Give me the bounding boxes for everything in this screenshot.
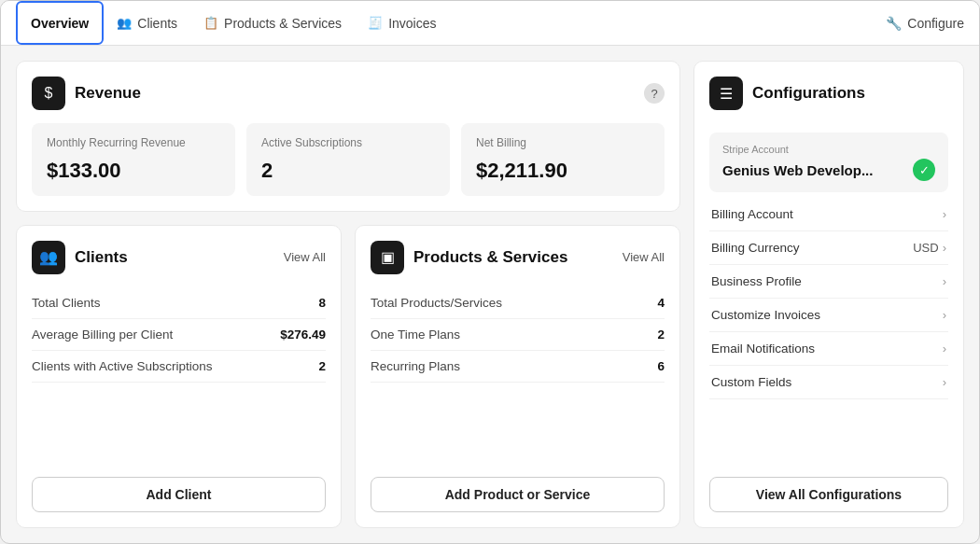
subscriptions-label: Active Subscriptions bbox=[261, 136, 435, 151]
configure-label: Configure bbox=[907, 16, 964, 31]
invoices-icon: 🧾 bbox=[368, 16, 383, 30]
billing-account-right: › bbox=[943, 207, 946, 221]
tab-overview[interactable]: Overview bbox=[16, 1, 104, 45]
clients-tab-label: Clients bbox=[137, 16, 177, 31]
active-subscriptions-row: Clients with Active Subscriptions 2 bbox=[32, 351, 326, 383]
help-icon[interactable]: ? bbox=[644, 83, 665, 104]
clients-title-group: 👥 Clients bbox=[32, 241, 128, 274]
tab-clients[interactable]: 👥 Clients bbox=[104, 1, 190, 45]
avg-billing-label: Average Billing per Client bbox=[32, 328, 173, 342]
metric-net-billing: Net Billing $2,211.90 bbox=[461, 123, 665, 196]
one-time-plans-value: 2 bbox=[657, 328, 665, 342]
customize-invoices-label: Customize Invoices bbox=[711, 308, 820, 322]
add-client-action: Add Client bbox=[32, 466, 326, 512]
clients-icon: 👥 bbox=[117, 16, 132, 30]
net-billing-label: Net Billing bbox=[476, 136, 650, 151]
total-products-label: Total Products/Services bbox=[371, 296, 502, 310]
business-profile-chevron: › bbox=[943, 274, 946, 288]
subscriptions-value: 2 bbox=[261, 159, 435, 183]
revenue-card-header: $ Revenue ? bbox=[32, 77, 665, 110]
billing-account-chevron: › bbox=[943, 207, 946, 221]
total-clients-row: Total Clients 8 bbox=[32, 287, 326, 319]
clients-card: 👥 Clients View All Total Clients 8 Avera… bbox=[16, 225, 342, 528]
config-item-email-notifications[interactable]: Email Notifications › bbox=[709, 332, 948, 366]
clients-card-icon: 👥 bbox=[32, 241, 65, 274]
stripe-name: Genius Web Develop... bbox=[722, 162, 873, 178]
config-title: Configurations bbox=[752, 84, 865, 103]
overview-label: Overview bbox=[31, 16, 89, 31]
add-client-button[interactable]: Add Client bbox=[32, 477, 326, 512]
products-card-title: Products & Services bbox=[413, 248, 567, 267]
config-item-billing-account[interactable]: Billing Account › bbox=[709, 198, 948, 231]
config-title-group: ☰ Configurations bbox=[709, 77, 865, 110]
total-clients-label: Total Clients bbox=[32, 296, 101, 310]
avg-billing-row: Average Billing per Client $276.49 bbox=[32, 319, 326, 351]
total-products-value: 4 bbox=[657, 296, 665, 310]
view-all-config-action: View All Configurations bbox=[709, 467, 948, 512]
bottom-row: 👥 Clients View All Total Clients 8 Avera… bbox=[16, 225, 680, 528]
email-notifications-label: Email Notifications bbox=[711, 342, 815, 356]
mrr-label: Monthly Recurring Revenue bbox=[47, 136, 220, 151]
recurring-plans-value: 6 bbox=[657, 359, 665, 373]
add-product-button[interactable]: Add Product or Service bbox=[371, 477, 665, 512]
main-content: $ Revenue ? Monthly Recurring Revenue $1… bbox=[1, 46, 979, 543]
clients-card-title: Clients bbox=[75, 248, 128, 267]
configurations-card: ☰ Configurations Stripe Account Genius W… bbox=[693, 61, 964, 528]
revenue-title: Revenue bbox=[75, 84, 141, 103]
products-title-group: ▣ Products & Services bbox=[371, 241, 567, 274]
products-view-all-button[interactable]: View All bbox=[623, 250, 665, 264]
billing-account-label: Billing Account bbox=[711, 207, 793, 221]
customize-invoices-chevron: › bbox=[943, 308, 946, 322]
stripe-value-row: Genius Web Develop... ✓ bbox=[722, 159, 935, 181]
wrench-icon: 🔧 bbox=[886, 16, 902, 31]
products-card-header: ▣ Products & Services View All bbox=[371, 241, 665, 274]
clients-card-header: 👥 Clients View All bbox=[32, 241, 326, 274]
active-subscriptions-label: Clients with Active Subscriptions bbox=[32, 359, 213, 373]
one-time-plans-row: One Time Plans 2 bbox=[371, 319, 665, 351]
right-column: ☰ Configurations Stripe Account Genius W… bbox=[693, 61, 964, 528]
tab-invoices[interactable]: 🧾 Invoices bbox=[355, 1, 449, 45]
top-nav: Overview 👥 Clients 📋 Products & Services… bbox=[1, 1, 979, 46]
business-profile-label: Business Profile bbox=[711, 274, 802, 288]
net-billing-value: $2,211.90 bbox=[476, 159, 650, 183]
custom-fields-label: Custom Fields bbox=[711, 375, 791, 389]
app-container: Overview 👥 Clients 📋 Products & Services… bbox=[0, 0, 980, 544]
billing-currency-label: Billing Currency bbox=[711, 241, 800, 255]
email-notifications-chevron: › bbox=[943, 342, 946, 356]
mrr-value: $133.00 bbox=[47, 159, 220, 183]
custom-fields-right: › bbox=[943, 375, 946, 389]
config-item-customize-invoices[interactable]: Customize Invoices › bbox=[709, 299, 948, 332]
view-all-configurations-button[interactable]: View All Configurations bbox=[709, 477, 948, 512]
left-column: $ Revenue ? Monthly Recurring Revenue $1… bbox=[16, 61, 680, 528]
config-item-business-profile[interactable]: Business Profile › bbox=[709, 265, 948, 299]
products-tab-label: Products & Services bbox=[224, 16, 342, 31]
configure-button[interactable]: 🔧 Configure bbox=[886, 16, 964, 31]
total-clients-value: 8 bbox=[318, 296, 326, 310]
stripe-label: Stripe Account bbox=[722, 144, 935, 155]
revenue-card: $ Revenue ? Monthly Recurring Revenue $1… bbox=[16, 61, 680, 212]
custom-fields-chevron: › bbox=[943, 375, 946, 389]
config-item-custom-fields[interactable]: Custom Fields › bbox=[709, 366, 948, 399]
metric-mrr: Monthly Recurring Revenue $133.00 bbox=[32, 123, 235, 196]
config-item-billing-currency[interactable]: Billing Currency USD › bbox=[709, 231, 948, 265]
stripe-account-box: Stripe Account Genius Web Develop... ✓ bbox=[709, 133, 948, 192]
revenue-title-group: $ Revenue bbox=[32, 77, 141, 110]
stripe-verified-icon: ✓ bbox=[913, 159, 935, 181]
config-card-header: ☰ Configurations bbox=[709, 77, 948, 110]
config-icon: ☰ bbox=[709, 77, 743, 110]
recurring-plans-row: Recurring Plans 6 bbox=[371, 351, 665, 383]
clients-view-all-button[interactable]: View All bbox=[284, 250, 326, 264]
customize-invoices-right: › bbox=[943, 308, 946, 322]
recurring-plans-label: Recurring Plans bbox=[371, 359, 460, 373]
billing-currency-right: USD › bbox=[913, 241, 946, 255]
revenue-icon: $ bbox=[32, 77, 65, 110]
revenue-metrics: Monthly Recurring Revenue $133.00 Active… bbox=[32, 123, 665, 196]
active-subscriptions-value: 2 bbox=[318, 359, 326, 373]
tab-products[interactable]: 📋 Products & Services bbox=[190, 1, 355, 45]
invoices-tab-label: Invoices bbox=[388, 16, 436, 31]
products-card: ▣ Products & Services View All Total Pro… bbox=[355, 225, 680, 528]
metric-subscriptions: Active Subscriptions 2 bbox=[246, 123, 450, 196]
total-products-row: Total Products/Services 4 bbox=[371, 287, 665, 319]
one-time-plans-label: One Time Plans bbox=[371, 328, 460, 342]
add-product-action: Add Product or Service bbox=[371, 466, 665, 512]
